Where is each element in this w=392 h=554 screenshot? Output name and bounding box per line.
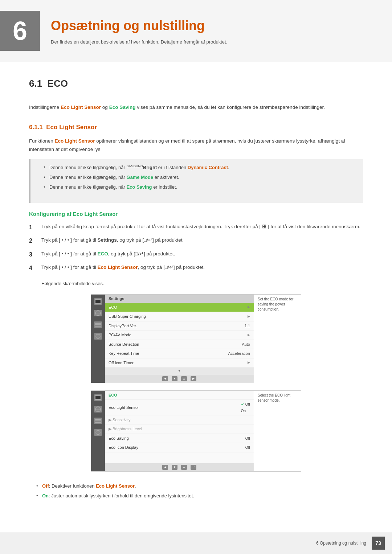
desc-pre: Funktionen	[29, 138, 55, 144]
step-1: 1 Tryk på en vilkårlig knap forrest på p…	[29, 223, 363, 232]
svg-rect-21	[98, 432, 98, 434]
sidebar-icon-8	[94, 429, 102, 436]
svg-point-9	[98, 335, 98, 336]
footer-btn2-up: ▲	[181, 465, 187, 470]
chapter-header: 6 Opsætning og nulstilling Der findes en…	[0, 0, 392, 62]
row-eco: ECO ▶	[105, 303, 254, 312]
chapter-title: Opsætning og nulstilling	[51, 16, 227, 36]
sidebar-icon-2	[94, 310, 102, 316]
intro-paragraph: Indstillingerne Eco Light Sensor og Eco …	[29, 103, 363, 112]
following-text: Følgende skærmbillede vises.	[41, 280, 363, 287]
monitor-note-1: Set the ECO mode for saving the power co…	[254, 295, 301, 383]
row-pcav: PC/AV Mode ▶	[105, 331, 254, 340]
eco-row-icon-display: Eco Icon Display Off	[105, 443, 254, 452]
sidebar-icon-5	[94, 394, 102, 401]
step-2: 2 Tryk på [ • / • ] for at gå til Settin…	[29, 236, 363, 246]
footer-btn-down: ▼	[172, 376, 177, 381]
sidebar-icons-1	[91, 295, 105, 383]
row-off-icon: Off Icon Timer ▶	[105, 358, 254, 368]
row-key: Key Repeat Time Acceleration	[105, 349, 254, 358]
step-4: 4 Tryk på [ • / • ] for at gå til Eco Li…	[29, 263, 363, 273]
result-on: On: Juster automatisk lysstyrken i forho…	[36, 492, 363, 500]
svg-point-20	[98, 431, 98, 432]
row-usb: USB Super Charging ▶	[105, 312, 254, 321]
svg-rect-1	[95, 300, 101, 303]
screenshot-settings: Settings ECO ▶ USB Super Charging ▶ Disp…	[91, 294, 301, 383]
eco-light-label: Eco Light Sensor	[61, 104, 102, 110]
svg-rect-10	[98, 336, 98, 338]
note-item-2: Denne menu er ikke tilgængelig, når Game…	[44, 174, 357, 181]
description-paragraph: Funktionen Eco Light Sensor optimerer vi…	[29, 137, 363, 154]
page-wrapper: 6 Opsætning og nulstilling Der findes en…	[0, 0, 392, 554]
footer-chapter-label: 6 Opsætning og nulstilling	[316, 540, 366, 546]
sidebar-icon-3	[94, 321, 102, 328]
row-scroll: ▼	[105, 368, 254, 375]
step-3: 3 Tryk på [ • / • ] for at gå til ECO, o…	[29, 250, 363, 259]
sidebar-icons-2	[91, 391, 105, 471]
sidebar-icon-7	[94, 418, 102, 424]
monitor-footer-1: ◀ ▼ ▲ ▶	[105, 375, 254, 383]
footer-btn2-down: ▼	[172, 465, 177, 470]
subsection-title: 6.1.1 Eco Light Sensor	[29, 123, 363, 132]
chapter-number: 6	[0, 11, 40, 51]
monitor-main-1: Settings ECO ▶ USB Super Charging ▶ Disp…	[105, 295, 254, 383]
chapter-subtitle: Der findes en detaljeret beskrivelse af …	[51, 38, 227, 46]
svg-rect-17	[95, 420, 101, 421]
svg-rect-12	[95, 396, 101, 399]
sidebar-icon-4	[94, 333, 102, 340]
svg-rect-5	[95, 323, 101, 324]
footer-btn-right: ▶	[191, 376, 196, 381]
note-box: Denne menu er ikke tilgængelig, når SAMS…	[29, 159, 363, 203]
chapter-title-block: Opsætning og nulstilling Der findes en d…	[51, 16, 227, 46]
eco-saving-label: Eco Saving	[109, 104, 137, 110]
footer-btn-left: ◀	[162, 376, 168, 381]
footer-btn2-enter: ↵	[191, 465, 196, 470]
desc-hl: Eco Light Sensor	[55, 138, 95, 144]
eco-row-saving: Eco Saving Off	[105, 434, 254, 443]
monitor-footer-2: ◀ ▼ ▲ ↵	[105, 463, 254, 471]
intro-rest: vises på samme menuside, så du let kan k…	[137, 104, 325, 110]
intro-and: og	[102, 104, 108, 110]
result-bullets: Off: Deaktiver funktionen Eco Light Sens…	[36, 483, 363, 500]
configure-heading: Konfigurering af Eco Light Sensor	[29, 210, 363, 218]
footer-page-number: 73	[372, 537, 385, 550]
monitor-note-2: Select the ECO light sensor mode.	[254, 391, 301, 471]
result-off: Off: Deaktiver funktionen Eco Light Sens…	[36, 483, 363, 490]
sidebar-icon-6	[94, 406, 102, 413]
row-source: Source Detection Auto	[105, 340, 254, 349]
screenshots-container: Settings ECO ▶ USB Super Charging ▶ Disp…	[29, 294, 363, 472]
screenshot-eco: ECO Eco Light Sensor ✔Off On ▶ Sensitivi…	[91, 390, 301, 472]
eco-row-light-sensor: Eco Light Sensor ✔Off On	[105, 400, 254, 415]
eco-menu-header: ECO	[105, 391, 254, 400]
svg-rect-7	[95, 326, 101, 327]
svg-rect-18	[95, 422, 101, 423]
monitor-header-1: Settings	[105, 295, 254, 303]
footer-btn-up: ▲	[181, 376, 187, 381]
svg-rect-6	[95, 324, 101, 325]
page-footer: 6 Opsætning og nulstilling 73	[0, 532, 392, 554]
intro-text-pre: Indstillingerne	[29, 104, 59, 110]
eco-spacer	[105, 452, 254, 463]
footer-btn2-left: ◀	[162, 465, 168, 470]
svg-rect-16	[95, 419, 101, 420]
main-content: 6.1 ECO Indstillingerne Eco Light Sensor…	[0, 77, 392, 500]
sidebar-icon-1	[94, 298, 102, 305]
note-list: Denne menu er ikke tilgængelig, når SAMS…	[44, 164, 357, 191]
steps-list: 1 Tryk på en vilkårlig knap forrest på p…	[29, 223, 363, 273]
section-title: 6.1 ECO	[29, 77, 363, 94]
note-item-1: Denne menu er ikke tilgængelig, når SAMS…	[44, 164, 357, 172]
monitor-main-2: ECO Eco Light Sensor ✔Off On ▶ Sensitivi…	[105, 391, 254, 471]
eco-row-brightness: ▶ Brightness Level	[105, 424, 254, 434]
note-item-3: Denne menu er ikke tilgængelig, når Eco …	[44, 184, 357, 191]
eco-row-sensitivity: ▶ Sensitivity	[105, 415, 254, 425]
row-dp: DisplayPort Ver. 1.1	[105, 321, 254, 331]
